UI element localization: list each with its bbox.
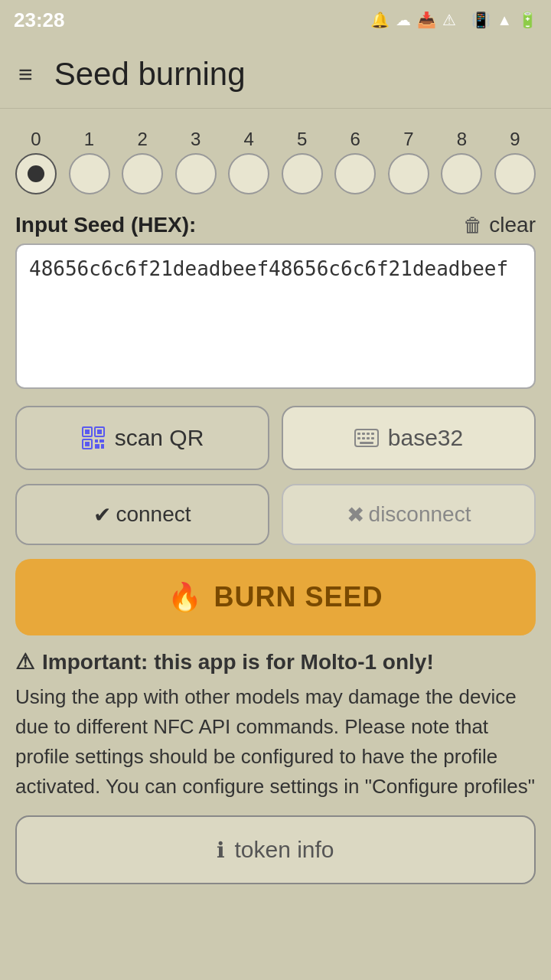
eraser-icon: 🗑 [463, 214, 483, 237]
vibrate-icon: 📳 [471, 11, 491, 29]
radio-label-6: 6 [350, 129, 360, 150]
warning-title: ⚠ Important: this app is for Molto-1 onl… [15, 649, 536, 675]
radio-label-0: 0 [31, 129, 41, 150]
svg-rect-18 [371, 437, 374, 439]
svg-rect-9 [101, 444, 104, 449]
svg-rect-12 [362, 433, 365, 435]
warning-body: Using the app with other models may dama… [15, 682, 536, 802]
base32-button[interactable]: base32 [282, 406, 536, 470]
radio-item-2[interactable]: 2 [122, 129, 163, 194]
svg-rect-17 [367, 437, 370, 439]
warning-section: ⚠ Important: this app is for Molto-1 onl… [15, 649, 536, 802]
radio-item-8[interactable]: 8 [441, 129, 482, 194]
radio-label-1: 1 [84, 129, 94, 150]
radio-item-3[interactable]: 3 [175, 129, 217, 194]
svg-rect-5 [85, 442, 90, 446]
download-icon: 📥 [417, 11, 436, 29]
alert-icon: ⚠ [442, 11, 456, 29]
radio-circle-7[interactable] [388, 153, 429, 194]
svg-rect-3 [97, 430, 102, 434]
radio-circle-5[interactable] [282, 153, 323, 194]
radio-circle-6[interactable] [334, 153, 376, 194]
clear-button[interactable]: 🗑 clear [463, 213, 536, 237]
burn-seed-button[interactable]: 🔥 BURN SEED [15, 559, 536, 635]
radio-label-2: 2 [137, 129, 147, 150]
radio-item-7[interactable]: 7 [388, 129, 429, 194]
radio-group: 0123456789 [15, 124, 536, 199]
svg-rect-8 [95, 444, 99, 449]
page-title: Seed burning [54, 56, 246, 93]
info-icon: ℹ [217, 838, 225, 863]
radio-item-0[interactable]: 0 [15, 129, 57, 194]
svg-rect-16 [362, 437, 365, 439]
warning-icon: ⚠ [15, 649, 34, 675]
radio-label-7: 7 [403, 129, 413, 150]
radio-circle-1[interactable] [69, 153, 110, 194]
svg-rect-13 [367, 433, 370, 435]
svg-rect-7 [99, 439, 104, 443]
radio-circle-2[interactable] [122, 153, 163, 194]
radio-label-8: 8 [457, 129, 467, 150]
main-content: 0123456789 Input Seed (HEX): 🗑 clear [0, 109, 551, 980]
connect-row: ✔ connect ✖ disconnect [15, 484, 536, 545]
radio-label-9: 9 [510, 129, 520, 150]
disconnect-x-icon: ✖ [347, 502, 364, 528]
wifi-icon: ▲ [497, 11, 512, 29]
radio-item-4[interactable]: 4 [228, 129, 269, 194]
status-icons: 🔔 ☁ 📥 ⚠ 📳 ▲ 🔋 [370, 11, 537, 29]
status-bar: 23:28 🔔 ☁ 📥 ⚠ 📳 ▲ 🔋 [0, 0, 551, 40]
svg-rect-11 [357, 433, 360, 435]
radio-item-6[interactable]: 6 [334, 129, 376, 194]
disconnect-label: disconnect [369, 502, 471, 527]
clear-label: clear [489, 213, 536, 237]
radio-item-5[interactable]: 5 [282, 129, 323, 194]
input-header: Input Seed (HEX): 🗑 clear [15, 213, 536, 237]
svg-rect-1 [85, 430, 90, 434]
seed-input[interactable] [15, 243, 536, 389]
radio-item-9[interactable]: 9 [494, 129, 536, 194]
token-info-label: token info [234, 837, 334, 863]
connect-button[interactable]: ✔ connect [15, 484, 269, 545]
input-label: Input Seed (HEX): [15, 213, 196, 237]
status-time: 23:28 [14, 8, 65, 32]
svg-rect-14 [371, 433, 374, 435]
keyboard-icon [354, 429, 379, 447]
radio-circle-0[interactable] [15, 153, 57, 194]
battery-icon: 🔋 [518, 11, 537, 29]
radio-inner-0 [28, 165, 44, 182]
radio-item-1[interactable]: 1 [69, 129, 110, 194]
radio-circle-3[interactable] [175, 153, 217, 194]
burn-seed-label: BURN SEED [214, 581, 383, 613]
hamburger-menu-icon[interactable]: ≡ [18, 62, 33, 87]
radio-circle-9[interactable] [494, 153, 536, 194]
connect-label: connect [116, 502, 191, 527]
radio-label-3: 3 [191, 129, 201, 150]
disconnect-button[interactable]: ✖ disconnect [282, 484, 536, 545]
input-section: Input Seed (HEX): 🗑 clear [15, 213, 536, 392]
base32-label: base32 [388, 425, 463, 451]
qr-icon [81, 426, 106, 450]
action-buttons-row: scan QR base32 [15, 406, 536, 470]
radio-circle-8[interactable] [441, 153, 482, 194]
fire-icon: 🔥 [168, 581, 203, 613]
notification-icon: 🔔 [370, 11, 390, 29]
radio-label-5: 5 [297, 129, 307, 150]
scan-qr-button[interactable]: scan QR [15, 406, 269, 470]
warning-title-text: Important: this app is for Molto-1 only! [42, 650, 434, 675]
radio-circle-4[interactable] [228, 153, 269, 194]
sync-icon: ☁ [396, 11, 411, 29]
radio-label-4: 4 [244, 129, 254, 150]
svg-rect-15 [357, 437, 360, 439]
app-bar: ≡ Seed burning [0, 40, 551, 109]
connect-check-icon: ✔ [93, 502, 111, 528]
token-info-button[interactable]: ℹ token info [15, 815, 536, 884]
svg-rect-6 [95, 439, 98, 443]
svg-rect-19 [360, 442, 373, 444]
scan-qr-label: scan QR [115, 425, 204, 451]
